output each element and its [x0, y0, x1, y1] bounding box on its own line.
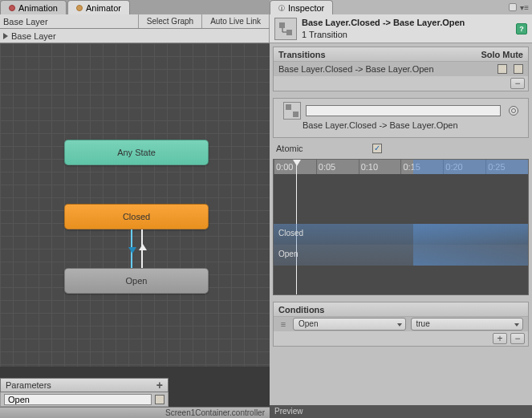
tick: 0:10 — [359, 160, 401, 174]
remove-condition-button[interactable]: − — [510, 333, 525, 344]
tick: 0:05 — [316, 160, 359, 174]
node-label: Open — [126, 276, 148, 286]
svg-rect-0 — [279, 22, 285, 28]
mute-checkbox[interactable] — [514, 64, 523, 74]
transition-range[interactable] — [413, 160, 528, 174]
parameter-row[interactable] — [0, 392, 169, 407]
transition-open-to-closed[interactable] — [141, 229, 143, 268]
atomic-checkbox[interactable] — [372, 144, 382, 153]
preview-bar[interactable]: Preview — [270, 405, 532, 418]
info-icon: i — [278, 5, 285, 11]
node-open[interactable]: Open — [64, 268, 209, 294]
track-label: Open — [278, 250, 298, 258]
transitions-label: Transitions — [278, 50, 326, 59]
transition-closed-to-open[interactable] — [131, 229, 132, 268]
play-icon — [3, 33, 8, 39]
base-layer-button[interactable]: Base Layer — [0, 29, 270, 43]
transition-icon — [274, 18, 297, 40]
transition-graphic-icon — [283, 102, 301, 120]
solo-checkbox[interactable] — [497, 64, 507, 74]
remove-transition-button[interactable]: − — [510, 78, 525, 89]
atomic-label: Atomic — [276, 144, 372, 153]
track-label: Closed — [278, 229, 303, 237]
breadcrumb-label: Base Layer — [3, 17, 48, 26]
node-closed[interactable]: Closed — [64, 204, 209, 229]
condition-row: ≡ Open true — [274, 317, 528, 331]
track-closed[interactable]: Closed — [274, 224, 528, 245]
add-condition-button[interactable]: + — [493, 333, 507, 344]
status-bar: Screen1Container.controller — [0, 407, 270, 418]
tab-animation[interactable]: Animation — [0, 0, 67, 14]
node-label: Any State — [117, 148, 156, 157]
node-label: Closed — [123, 212, 150, 221]
animator-icon — [76, 5, 83, 11]
select-graph-button[interactable]: Select Graph — [139, 14, 202, 28]
svg-rect-2 — [286, 104, 291, 110]
breadcrumb-base-layer[interactable]: Base Layer — [0, 14, 139, 28]
drag-handle-icon[interactable]: ≡ — [278, 319, 288, 329]
track-open[interactable]: Open — [274, 245, 528, 266]
transition-title: Base Layer.Closed -> Base Layer.Open — [302, 17, 511, 28]
solo-mute-labels: Solo Mute — [481, 50, 523, 59]
transition-subtitle: 1 Transition — [302, 29, 511, 40]
animator-graph[interactable]: Any State Closed Open — [0, 43, 270, 367]
add-parameter-button[interactable]: + — [156, 379, 163, 392]
settings-icon[interactable] — [509, 106, 518, 116]
parameters-panel: Parameters + — [0, 378, 169, 407]
parameter-checkbox[interactable] — [155, 395, 164, 404]
tab-label: Animator — [86, 3, 121, 13]
tab-animator[interactable]: Animator — [67, 0, 130, 14]
transition-timeline[interactable]: 0:00 0:05 0:10 0:15 0:20 0:25 Closed Ope… — [273, 159, 529, 295]
parameter-name-input[interactable] — [4, 394, 152, 405]
conditions-label: Conditions — [278, 305, 324, 315]
record-icon — [9, 5, 15, 11]
transition-list-item[interactable]: Base Layer.Closed -> Base Layer.Open — [274, 62, 528, 76]
timeline-ruler[interactable]: 0:00 0:05 0:10 0:15 0:20 0:25 — [274, 160, 528, 174]
transition-name-label: Base Layer.Closed -> Base Layer.Open — [303, 120, 458, 130]
tab-inspector[interactable]: i Inspector — [270, 0, 333, 14]
tab-label: Inspector — [288, 3, 324, 13]
base-layer-label: Base Layer — [11, 31, 56, 41]
lock-icon[interactable] — [509, 3, 517, 11]
help-icon[interactable]: ? — [516, 23, 527, 34]
transition-item-label: Base Layer.Closed -> Base Layer.Open — [278, 64, 491, 74]
svg-rect-3 — [293, 112, 298, 117]
panel-menu-icon[interactable]: ▾≡ — [520, 3, 529, 12]
parameters-label: Parameters — [6, 380, 51, 390]
condition-value-dropdown[interactable]: true — [411, 318, 524, 331]
svg-rect-1 — [286, 30, 292, 35]
node-any-state[interactable]: Any State — [64, 140, 209, 165]
tab-label: Animation — [18, 3, 58, 13]
transition-name-input[interactable] — [306, 105, 501, 116]
condition-param-dropdown[interactable]: Open — [293, 318, 406, 331]
auto-live-link-button[interactable]: Auto Live Link — [202, 14, 270, 28]
